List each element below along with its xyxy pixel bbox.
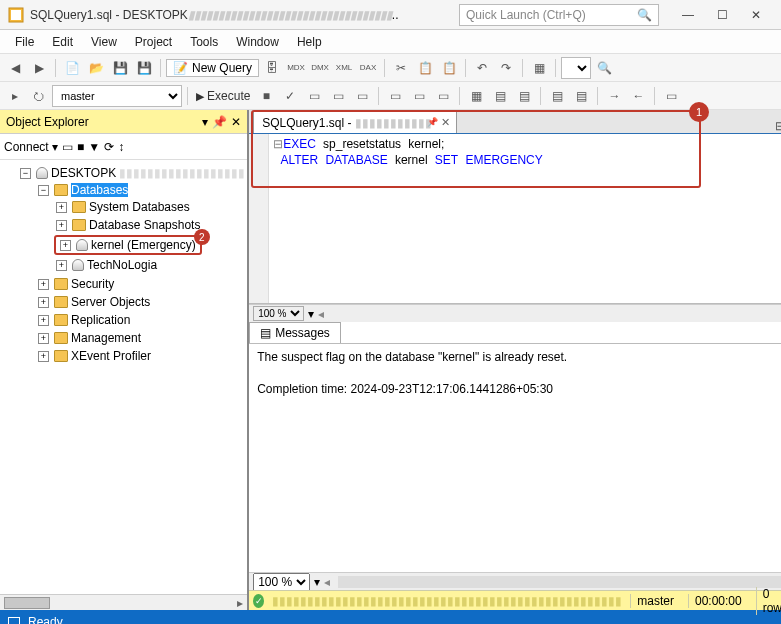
paste-icon[interactable]: 📋 [438, 57, 460, 79]
stop-icon-2[interactable]: ■ [77, 140, 84, 154]
disconnect-icon[interactable]: ▭ [62, 140, 73, 154]
include-live-icon[interactable]: ▭ [432, 85, 454, 107]
quick-launch-input[interactable]: Quick Launch (Ctrl+Q) 🔍 [459, 4, 659, 26]
editor-tab-row: SQLQuery1.sql - ▮▮▮▮▮▮▮▮▮▮▮ 📌 ✕ ⊟ ▾ [249, 110, 781, 134]
msg-zoom-combo[interactable]: 100 % [253, 573, 310, 591]
results-file-icon[interactable]: ▤ [513, 85, 535, 107]
estimated-plan-icon[interactable]: ▭ [303, 85, 325, 107]
kernel-db-node[interactable]: +kernel (Emergency) [58, 237, 198, 253]
msg-hscroll[interactable] [338, 576, 781, 588]
new-icon[interactable]: 📄 [61, 57, 83, 79]
menu-window[interactable]: Window [227, 32, 288, 52]
use-db-icon[interactable]: ▸ [4, 85, 26, 107]
xmla-icon[interactable]: XML [333, 57, 355, 79]
database-combo[interactable]: master [52, 85, 182, 107]
system-databases-node[interactable]: +System Databases [54, 199, 247, 215]
nav-fwd-icon[interactable]: ▶ [28, 57, 50, 79]
mdx-icon[interactable]: MDX [285, 57, 307, 79]
xevent-node[interactable]: +XEvent Profiler [36, 348, 247, 364]
tab-pin-icon[interactable]: 📌 [427, 117, 438, 127]
change-conn-icon[interactable]: ⭮ [28, 85, 50, 107]
expand-icon[interactable]: + [38, 351, 49, 362]
db-engine-icon[interactable]: 🗄 [261, 57, 283, 79]
copy-icon[interactable]: 📋 [414, 57, 436, 79]
menu-edit[interactable]: Edit [43, 32, 82, 52]
include-stats-icon[interactable]: ▭ [408, 85, 430, 107]
expand-icon[interactable]: + [38, 315, 49, 326]
object-explorer-tree[interactable]: −DESKTOPK▮▮▮▮▮▮▮▮▮▮▮▮▮▮▮▮▮▮ −Databases +… [0, 160, 247, 594]
save-all-icon[interactable]: 💾 [133, 57, 155, 79]
expand-icon[interactable]: + [56, 202, 67, 213]
menu-file[interactable]: File [6, 32, 43, 52]
outdent-icon[interactable]: ← [627, 85, 649, 107]
expand-icon[interactable]: + [38, 333, 49, 344]
cut-icon[interactable]: ✂ [390, 57, 412, 79]
databases-node[interactable]: −Databases [36, 182, 247, 198]
intellisense-icon[interactable]: ▭ [351, 85, 373, 107]
undo-icon[interactable]: ↶ [471, 57, 493, 79]
new-query-button[interactable]: 📝 New Query [166, 59, 259, 77]
expand-icon[interactable]: + [60, 240, 71, 251]
menu-view[interactable]: View [82, 32, 126, 52]
maximize-button[interactable]: ☐ [705, 3, 739, 27]
server-node[interactable]: −DESKTOPK▮▮▮▮▮▮▮▮▮▮▮▮▮▮▮▮▮▮ [18, 165, 247, 181]
sql-editor[interactable]: ⊟EXEC sp_resetstatus kernel; ALTER DATAB… [249, 134, 781, 304]
tab-close-icon[interactable]: ✕ [441, 116, 450, 129]
execute-button[interactable]: ▶ Execute [193, 89, 253, 103]
open-icon[interactable]: 📂 [85, 57, 107, 79]
search-icon: 🔍 [637, 8, 652, 22]
solution-combo[interactable] [561, 57, 591, 79]
close-panel-icon[interactable]: ✕ [231, 115, 241, 129]
specify-values-icon[interactable]: ▭ [660, 85, 682, 107]
database-snapshots-node[interactable]: +Database Snapshots [54, 217, 247, 233]
menu-project[interactable]: Project [126, 32, 181, 52]
expand-icon[interactable]: + [38, 297, 49, 308]
pin-icon[interactable]: 📌 [212, 115, 227, 129]
collapse-icon[interactable]: − [20, 168, 31, 179]
parse-icon[interactable]: ✓ [279, 85, 301, 107]
refresh-icon[interactable]: ⟳ [104, 140, 114, 154]
editor-tab[interactable]: SQLQuery1.sql - ▮▮▮▮▮▮▮▮▮▮▮ 📌 ✕ [253, 111, 457, 133]
query-options-icon[interactable]: ▭ [327, 85, 349, 107]
minimize-button[interactable]: — [671, 3, 705, 27]
tab-overflow-icon[interactable]: ⊟ [775, 119, 781, 133]
stop-icon[interactable]: ■ [255, 85, 277, 107]
expand-icon[interactable]: + [56, 260, 67, 271]
close-button[interactable]: ✕ [739, 3, 773, 27]
menu-tools[interactable]: Tools [181, 32, 227, 52]
results-text-icon[interactable]: ▤ [489, 85, 511, 107]
sql-code[interactable]: ⊟EXEC sp_resetstatus kernel; ALTER DATAB… [273, 136, 543, 168]
replication-node[interactable]: +Replication [36, 312, 247, 328]
comment-icon[interactable]: ▤ [546, 85, 568, 107]
messages-tab[interactable]: ▤ Messages [249, 322, 341, 343]
properties-icon[interactable]: ▦ [528, 57, 550, 79]
uncomment-icon[interactable]: ▤ [570, 85, 592, 107]
objexp-hscroll[interactable]: ▸ [0, 594, 247, 610]
include-plan-icon[interactable]: ▭ [384, 85, 406, 107]
redo-icon[interactable]: ↷ [495, 57, 517, 79]
expand-icon[interactable]: + [56, 220, 67, 231]
collapse-icon[interactable]: − [38, 185, 49, 196]
find-icon[interactable]: 🔍 [593, 57, 615, 79]
server-objects-node[interactable]: +Server Objects [36, 294, 247, 310]
security-node[interactable]: +Security [36, 276, 247, 292]
messages-pane[interactable]: The suspect flag on the database "kernel… [249, 344, 781, 572]
msg-zoom-dropdown-icon[interactable]: ▾ [314, 575, 320, 589]
technologia-db-node[interactable]: +TechNoLogia [54, 257, 247, 273]
results-grid-icon[interactable]: ▦ [465, 85, 487, 107]
dax-icon[interactable]: DAX [357, 57, 379, 79]
indent-icon[interactable]: → [603, 85, 625, 107]
zoom-dropdown-icon[interactable]: ▾ [308, 307, 314, 321]
app-status-bar: Ready [0, 610, 781, 624]
dropdown-icon[interactable]: ▾ [202, 115, 208, 129]
dmx-icon[interactable]: DMX [309, 57, 331, 79]
filter-icon[interactable]: ▼ [88, 140, 100, 154]
save-icon[interactable]: 💾 [109, 57, 131, 79]
expand-icon[interactable]: ↕ [118, 140, 124, 154]
connect-button[interactable]: Connect ▾ [4, 140, 58, 154]
management-node[interactable]: +Management [36, 330, 247, 346]
zoom-combo[interactable]: 100 % [253, 306, 304, 321]
nav-back-icon[interactable]: ◀ [4, 57, 26, 79]
menu-help[interactable]: Help [288, 32, 331, 52]
expand-icon[interactable]: + [38, 279, 49, 290]
